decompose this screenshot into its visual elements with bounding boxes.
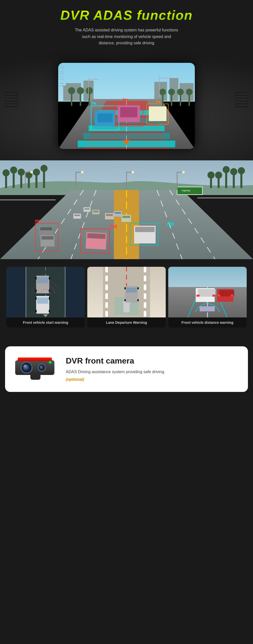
highway-section [0,160,253,259]
dvr-description: ADAS Driving assistance system providing… [66,369,240,375]
dvr-optional-label: (optional) [66,377,240,382]
warning-card-distance: Front vehicle distance warning [168,267,247,328]
header-section: DVR ADAS function The ADAS assisted driv… [0,0,253,51]
card-distance-canvas [168,267,247,317]
warnings-section: Front vehicle start warning Lane Departu… [0,259,253,341]
card-start-canvas [6,267,85,317]
dashboard-screen [58,63,195,149]
warning-label-start: Front vehicle start warning [6,317,85,328]
dvr-card: DVR front camera ADAS Driving assistance… [5,346,248,392]
screen-sidebar [60,65,64,86]
card-distance-image [168,267,247,317]
screen-bezel-triangle [123,140,130,145]
card-start-image [6,267,85,317]
warning-label-distance: Front vehicle distance warning [168,317,247,328]
warning-card-start: Front vehicle start warning [6,267,85,328]
warning-cards-container: Front vehicle start warning Lane Departu… [5,267,248,328]
subtitle-text: The ADAS assisted driving system has pow… [73,27,180,46]
warning-card-lane: Lane Departure Warning [87,267,166,328]
vent-left [5,91,18,109]
vent-right [235,91,248,109]
dvr-title: DVR front camera [66,356,240,366]
warning-label-lane: Lane Departure Warning [87,317,166,328]
car-interior-section [0,51,253,160]
card-lane-canvas [87,267,166,317]
dvr-camera-canvas [13,354,58,384]
dvr-section: DVR front camera ADAS Driving assistance… [0,341,253,397]
card-lane-image [87,267,166,317]
dashboard-camera-view [58,63,195,149]
dvr-camera-image [13,354,58,384]
main-title: DVR ADAS function [5,8,248,23]
highway-detection-view [0,160,253,259]
dvr-text-block: DVR front camera ADAS Driving assistance… [66,356,240,382]
